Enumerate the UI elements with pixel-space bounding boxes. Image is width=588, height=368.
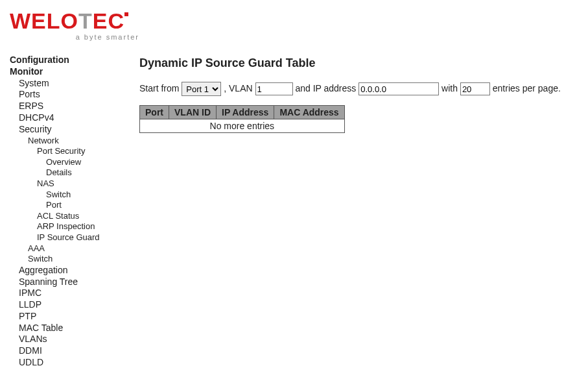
- logo: WeLoTec a byte smarter: [10, 10, 578, 41]
- nav-monitor[interactable]: Monitor: [10, 66, 120, 77]
- nav-configuration[interactable]: Configuration: [10, 55, 120, 66]
- vlan-input[interactable]: [255, 82, 293, 95]
- nav-port-security[interactable]: Port Security: [37, 146, 120, 156]
- nav-erps[interactable]: ERPS: [19, 101, 120, 112]
- nav-dhcpv4[interactable]: DHCPv4: [19, 112, 120, 123]
- label-entries-suffix: entries per page.: [493, 83, 561, 93]
- col-port: Port: [140, 106, 169, 119]
- ip-input[interactable]: [359, 82, 439, 95]
- label-vlan: , VLAN: [224, 83, 252, 93]
- nav-aggregation[interactable]: Aggregation: [19, 265, 120, 276]
- table-header-row: Port VLAN ID IP Address MAC Address: [140, 106, 345, 119]
- nav-ptp[interactable]: PTP: [19, 311, 120, 322]
- nav-ipmc[interactable]: IPMC: [19, 288, 120, 299]
- ip-source-guard-table: Port VLAN ID IP Address MAC Address No m…: [139, 105, 345, 133]
- col-vlan-id: VLAN ID: [169, 106, 217, 119]
- nav-system[interactable]: System: [19, 78, 120, 89]
- nav-acl-status[interactable]: ACL Status: [37, 211, 120, 221]
- logo-text: WeLoTec: [10, 10, 578, 32]
- label-start-from: Start from: [139, 83, 179, 93]
- nav-vlans[interactable]: VLANs: [19, 334, 120, 345]
- table-row-empty: No more entries: [140, 119, 345, 133]
- nav-overview[interactable]: Overview: [46, 157, 120, 167]
- nav-nas-port[interactable]: Port: [46, 200, 120, 210]
- nav-lldp[interactable]: LLDP: [19, 299, 120, 310]
- col-mac-address: MAC Address: [274, 106, 344, 119]
- nav-arp-inspection[interactable]: ARP Inspection: [37, 221, 120, 232]
- nav-ports[interactable]: Ports: [19, 89, 120, 100]
- nav-security[interactable]: Security: [19, 124, 120, 135]
- main-content: Dynamic IP Source Guard Table Start from…: [139, 54, 578, 133]
- nav-udld[interactable]: UDLD: [19, 357, 120, 368]
- nav-mac-table[interactable]: MAC Table: [19, 323, 120, 334]
- nav-spanning-tree[interactable]: Spanning Tree: [19, 276, 120, 288]
- label-ip: and IP address: [295, 83, 356, 93]
- logo-subtitle: a byte smarter: [10, 33, 141, 41]
- col-ip-address: IP Address: [217, 106, 274, 119]
- filter-row: Start from Port 1 , VLAN and IP address …: [139, 82, 578, 96]
- nav-ip-source-guard[interactable]: IP Source Guard: [37, 232, 120, 243]
- nav-network[interactable]: Network: [28, 136, 120, 146]
- nav-ddmi[interactable]: DDMI: [19, 345, 120, 356]
- nav-security-switch[interactable]: Switch: [28, 254, 120, 264]
- port-select[interactable]: Port 1: [182, 82, 221, 96]
- nav-nas-switch[interactable]: Switch: [46, 190, 120, 200]
- label-with: with: [441, 83, 458, 93]
- nav-aaa[interactable]: AAA: [28, 243, 120, 254]
- sidebar: Configuration Monitor System Ports ERPS …: [10, 54, 120, 368]
- nav-nas[interactable]: NAS: [37, 178, 120, 189]
- entries-input[interactable]: [460, 82, 490, 95]
- page-title: Dynamic IP Source Guard Table: [139, 56, 578, 70]
- no-entries-cell: No more entries: [140, 119, 345, 133]
- nav-details[interactable]: Details: [46, 167, 120, 178]
